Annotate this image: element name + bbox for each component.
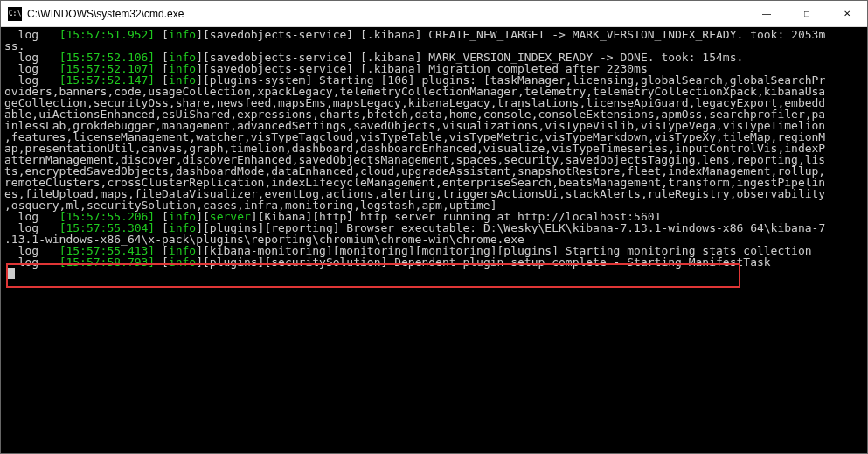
maximize-button[interactable]: □ [787, 1, 827, 26]
log-line: log [15:57:51.952] [info][savedobjects-s… [4, 28, 825, 41]
log-line: log [15:57:58.793] [info][plugins][secur… [4, 255, 771, 269]
cursor [8, 268, 15, 279]
terminal-output[interactable]: log [15:57:51.952] [info][savedobjects-s… [1, 27, 867, 453]
cmd-icon: C:\ [8, 7, 22, 21]
minimize-button[interactable]: — [746, 1, 787, 26]
window-controls: — □ ✕ [746, 1, 867, 26]
window-title: C:\WINDOWS\system32\cmd.exe [27, 8, 746, 20]
cmd-window: C:\ C:\WINDOWS\system32\cmd.exe — □ ✕ lo… [0, 0, 868, 454]
close-button[interactable]: ✕ [827, 1, 867, 26]
titlebar[interactable]: C:\ C:\WINDOWS\system32\cmd.exe — □ ✕ [1, 1, 867, 27]
